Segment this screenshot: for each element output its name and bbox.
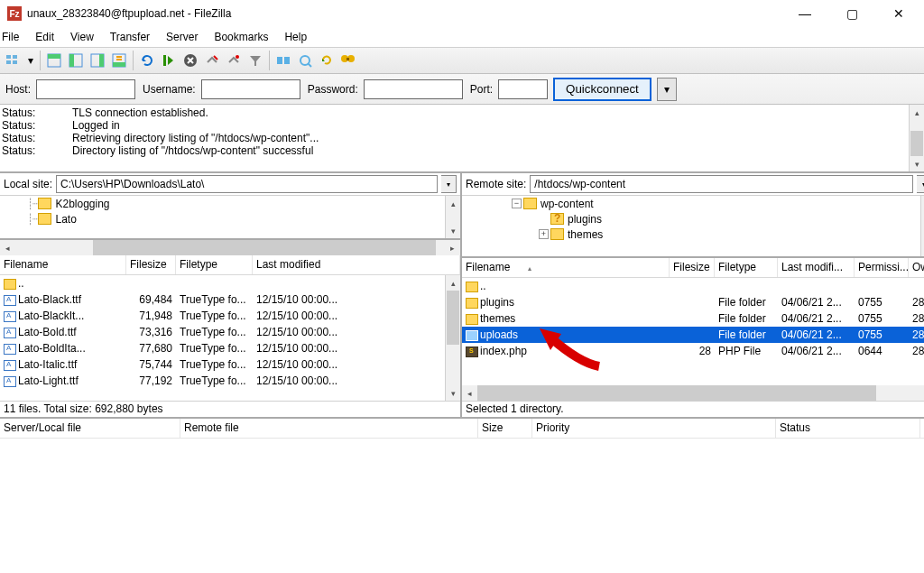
remote-path-input[interactable]	[530, 175, 913, 193]
tree-item[interactable]: themes	[568, 228, 603, 241]
close-button[interactable]: ✕	[881, 6, 917, 21]
scroll-down-icon[interactable]: ▾	[910, 156, 924, 171]
file-row[interactable]: Lato-Black.ttf69,484TrueType fo...12/15/…	[0, 291, 460, 308]
file-row[interactable]: themesFile folder04/06/21 2...0755283	[462, 310, 924, 327]
svg-point-14	[236, 55, 239, 59]
file-row[interactable]: uploadsFile folder04/06/21 2...0755283	[462, 327, 924, 343]
refresh-icon[interactable]	[137, 51, 157, 70]
folder-icon	[38, 213, 51, 225]
local-list-header[interactable]: FilenameFilesizeFiletypeLast modified	[0, 255, 460, 275]
local-tree-scrollbar[interactable]: ▴▾	[445, 196, 460, 238]
menu-bookmarks[interactable]: Bookmarks	[212, 31, 270, 43]
column-header[interactable]: Filename	[0, 255, 126, 274]
reconnect-icon[interactable]	[224, 51, 244, 70]
column-header[interactable]: Priority	[532, 419, 776, 438]
column-header[interactable]: Filesize	[126, 255, 176, 274]
remote-list-hscroll[interactable]: ◂▸	[462, 385, 924, 401]
tree-item[interactable]: wp-content	[541, 198, 594, 210]
scroll-up-icon[interactable]: ▴	[910, 105, 924, 120]
toggle-log-icon[interactable]	[44, 51, 64, 70]
filter-icon[interactable]	[245, 51, 265, 70]
toggle-remote-tree-icon[interactable]	[88, 51, 107, 70]
local-status: 11 files. Total size: 692,880 bytes	[0, 401, 460, 417]
queue-header[interactable]: Server/Local fileRemote fileSizePriority…	[0, 419, 924, 439]
column-header[interactable]: Filename▴	[462, 258, 670, 277]
file-row[interactable]: index.php28PHP File04/06/21 2...0644283	[462, 343, 924, 359]
column-header[interactable]: Last modifi...	[778, 258, 855, 277]
tree-item[interactable]: plugins	[568, 213, 602, 226]
remote-file-list[interactable]: ..pluginsFile folder04/06/21 2...0755283…	[462, 278, 924, 385]
column-header[interactable]: Size	[478, 419, 532, 438]
password-input[interactable]	[364, 79, 463, 99]
remote-list-header[interactable]: Filename▴FilesizeFiletypeLast modifi...P…	[462, 258, 924, 278]
column-header[interactable]: Remote file	[180, 419, 478, 438]
folder-icon	[550, 228, 564, 240]
svg-rect-16	[284, 57, 290, 64]
toggle-queue-icon[interactable]	[109, 51, 129, 70]
username-input[interactable]	[201, 79, 300, 99]
folder-icon	[4, 279, 16, 290]
file-row[interactable]: Lato-Italic.ttf75,744TrueType fo...12/15…	[0, 356, 460, 373]
remote-path-dropdown[interactable]: ▾	[917, 175, 924, 193]
tree-item[interactable]: K2blogging	[55, 198, 109, 210]
column-header[interactable]: Filetype	[715, 258, 778, 277]
menu-transfer[interactable]: Transfer	[108, 31, 152, 43]
search-icon[interactable]	[338, 51, 358, 70]
menu-help[interactable]: Help	[282, 31, 309, 43]
file-row[interactable]: Lato-Bold.ttf73,316TrueType fo...12/15/1…	[0, 324, 460, 340]
file-row[interactable]: ..	[0, 275, 460, 291]
local-tree[interactable]: ┊┈K2blogging┊┈Lato ▴▾	[0, 195, 460, 240]
column-header[interactable]: Server/Local file	[0, 419, 180, 438]
svg-rect-0	[6, 55, 11, 59]
menu-file[interactable]: File	[0, 31, 21, 43]
maximize-button[interactable]: ▢	[834, 6, 870, 21]
quickconnect-history-dropdown[interactable]: ▾	[657, 78, 677, 101]
log-scrollbar[interactable]: ▴ ▾	[909, 105, 924, 171]
menu-edit[interactable]: Edit	[33, 31, 56, 43]
auto-icon[interactable]	[317, 51, 337, 70]
file-row[interactable]: Lato-BlackIt...71,948TrueType fo...12/15…	[0, 308, 460, 324]
column-header[interactable]: Ow	[909, 258, 924, 277]
file-row[interactable]: Lato-BoldIta...77,680TrueType fo...12/15…	[0, 340, 460, 356]
status-tag: Status:	[0, 144, 72, 157]
cancel-icon[interactable]	[180, 51, 200, 70]
column-header[interactable]: Last modified	[253, 255, 460, 274]
local-list-scrollbar[interactable]: ▴▾	[445, 275, 460, 401]
title-bar: Fz unaux_28323840@ftpupload.net - FileZi…	[0, 0, 924, 27]
tree-item[interactable]: Lato	[55, 213, 76, 226]
column-header[interactable]: Permissi...	[855, 258, 909, 277]
status-message: Directory listing of "/htdocs/wp-content…	[72, 144, 313, 157]
ttf-icon	[4, 360, 16, 371]
quickconnect-button[interactable]: Quickconnect	[553, 78, 651, 101]
toolbar: ▾	[0, 47, 924, 74]
local-pane: Local site: ▾ ┊┈K2blogging┊┈Lato ▴▾ ◂▸ F…	[0, 173, 462, 417]
local-tree-hscroll[interactable]: ◂▸	[0, 240, 460, 255]
menu-server[interactable]: Server	[164, 31, 199, 43]
port-input[interactable]	[498, 79, 548, 99]
compare-icon[interactable]	[273, 51, 293, 70]
sync-browse-icon[interactable]	[295, 51, 315, 70]
status-message: Retrieving directory listing of "/htdocs…	[72, 132, 319, 144]
local-path-input[interactable]	[56, 175, 438, 193]
local-file-list[interactable]: ..Lato-Black.ttf69,484TrueType fo...12/1…	[0, 275, 460, 401]
toggle-local-tree-icon[interactable]	[66, 51, 86, 70]
dropdown-icon[interactable]: ▾	[25, 51, 36, 70]
process-queue-icon[interactable]	[159, 51, 179, 70]
tree-expander[interactable]: −	[512, 199, 522, 208]
host-input[interactable]	[36, 79, 135, 99]
disconnect-icon[interactable]	[202, 51, 222, 70]
remote-tree-scrollbar[interactable]: ▴▾	[920, 196, 924, 256]
sitemanager-icon[interactable]	[4, 51, 23, 70]
file-row[interactable]: Lato-Light.ttf77,192TrueType fo...12/15/…	[0, 373, 460, 389]
menu-view[interactable]: View	[69, 31, 96, 43]
column-header[interactable]: Status	[776, 419, 920, 438]
message-log[interactable]: Status:TLS connection established.Status…	[0, 105, 924, 173]
column-header[interactable]: Filetype	[176, 255, 253, 274]
file-row[interactable]: ..	[462, 278, 924, 294]
remote-tree[interactable]: −wp-content?plugins+themes ▴▾	[462, 195, 924, 258]
local-path-dropdown[interactable]: ▾	[441, 175, 457, 193]
tree-expander[interactable]: +	[539, 229, 549, 239]
file-row[interactable]: pluginsFile folder04/06/21 2...0755283	[462, 294, 924, 310]
column-header[interactable]: Filesize	[670, 258, 715, 277]
minimize-button[interactable]: —	[787, 6, 823, 21]
